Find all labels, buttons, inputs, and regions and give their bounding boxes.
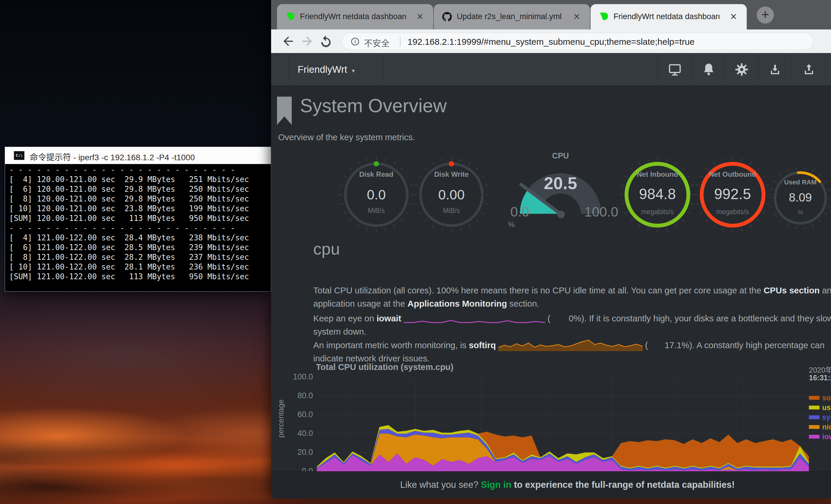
gauge-label: CPU — [510, 151, 611, 160]
gauge-label: Net Outbound — [694, 170, 771, 178]
tab-netdata-1[interactable]: FriendlyWrt netdata dashboard × — [277, 4, 433, 29]
signin-link[interactable]: Sign in — [481, 479, 511, 490]
iowait-value: 0% — [550, 312, 581, 325]
cpu-utilization-chart[interactable] — [317, 377, 809, 471]
terminal-title: 命令提示符 - iperf3 -c 192.168.1.2 -P4 -t1000 — [30, 151, 195, 162]
terminal-line: [ 6] 121.00-122.00 sec 28.5 MBytes 239 M… — [9, 243, 271, 253]
legend-item-softirq[interactable]: softirq — [809, 393, 831, 403]
print-mode-button[interactable] — [668, 62, 682, 77]
bell-icon — [701, 62, 716, 77]
cmd-icon: C:\ — [14, 151, 25, 160]
terminal-line: - - - - - - - - - - - - - - - - - - - - … — [9, 223, 271, 233]
cpu-section-heading: cpu — [313, 239, 340, 258]
netdata-icon — [285, 12, 295, 22]
cpu-paragraph-3: An important metric worth monitoring, is… — [313, 338, 825, 365]
gauge-value: 984.8 — [619, 185, 696, 203]
gauge-value: 992.5 — [694, 185, 771, 203]
tab-close-button[interactable]: × — [727, 10, 740, 24]
gauge-max: 100.0 — [584, 204, 618, 220]
gauge-value: 20.5 — [510, 173, 611, 193]
gauge-unit: MiB/s — [413, 207, 490, 215]
download-icon — [768, 62, 782, 77]
omnibox-divider — [400, 36, 400, 47]
gauge-label: Net Inbound — [619, 170, 696, 178]
tab-close-button[interactable]: × — [413, 10, 427, 24]
monitor-icon — [668, 62, 682, 77]
upload-icon — [802, 62, 816, 77]
gauge-label: Disk Read — [338, 170, 414, 178]
url-text[interactable]: 192.168.2.1:19999/#menu_system_submenu_c… — [407, 37, 694, 47]
export-button[interactable] — [802, 62, 816, 77]
y-tick: 40.0 — [297, 429, 313, 438]
chart-date: 2020年3 — [809, 364, 831, 375]
alarms-button[interactable] — [701, 62, 716, 77]
tab-strip: FriendlyWrt netdata dashboard × Update r… — [271, 0, 831, 29]
netdata-icon — [599, 12, 609, 22]
security-label: 不安全 — [364, 36, 390, 49]
tab-close-button[interactable]: × — [570, 10, 583, 24]
terminal-titlebar[interactable]: C:\ 命令提示符 - iperf3 -c 192.168.1.2 -P4 -t… — [5, 147, 271, 164]
cpus-link[interactable]: CPUs section — [764, 286, 820, 295]
terminal-line: [ 10] 121.00-122.00 sec 28.1 MBytes 236 … — [9, 262, 271, 272]
settings-button[interactable] — [735, 62, 749, 77]
back-button[interactable] — [281, 34, 295, 48]
terminal-line: - - - - - - - - - - - - - - - - - - - - … — [9, 165, 271, 175]
gear-icon — [735, 62, 749, 77]
gauge-label: Used RAM — [769, 178, 831, 186]
browser-toolbar: 不安全 192.168.2.1:19999/#menu_system_subme… — [271, 29, 831, 53]
new-tab-button[interactable]: + — [757, 6, 774, 24]
iowait-sparkline[interactable] — [404, 312, 545, 325]
tab-netdata-2-active[interactable]: FriendlyWrt netdata dashboard × — [591, 4, 747, 29]
terminal-window: C:\ 命令提示符 - iperf3 -c 192.168.1.2 -P4 -t… — [5, 147, 271, 292]
terminal-line: [ 4] 120.00-121.00 sec 29.9 MBytes 251 M… — [9, 175, 271, 184]
legend-item-system[interactable]: system — [809, 413, 831, 423]
gauge-min: 0.0 — [510, 204, 529, 220]
page-title: System Overview — [300, 95, 447, 117]
bookmark-icon — [277, 97, 292, 125]
gauge-unit: megabits/s — [619, 208, 696, 216]
reload-button[interactable] — [319, 34, 333, 48]
github-icon — [442, 12, 452, 22]
gauge-unit: % — [769, 209, 831, 216]
brand-dropdown[interactable]: FriendlyWrt▾ — [297, 53, 355, 86]
import-button[interactable] — [768, 62, 782, 77]
terminal-line: [ 6] 120.00-121.00 sec 29.8 MBytes 250 M… — [9, 184, 271, 194]
tab-github[interactable]: Update r2s_lean_minimal.yml · k × — [434, 4, 590, 29]
caret-down-icon: ▾ — [352, 67, 355, 74]
chart-y-axis: 100.080.060.040.020.00.0 — [288, 372, 313, 478]
y-tick: 60.0 — [297, 410, 313, 419]
terminal-line: [ 8] 120.00-121.00 sec 29.8 MBytes 250 M… — [9, 194, 271, 204]
tab-title: Update r2s_lean_minimal.yml · k — [457, 12, 563, 21]
gauge-unit: MiB/s — [338, 207, 414, 215]
gauge-unit: % — [508, 220, 515, 229]
brand-label: FriendlyWrt — [297, 64, 347, 75]
terminal-line: [SUM] 120.00-121.00 sec 113 MBytes 950 M… — [9, 213, 271, 223]
gauge-value: 0.0 — [338, 187, 414, 203]
legend-item-iowait[interactable]: iowait — [809, 433, 831, 442]
softirq-sparkline[interactable] — [498, 338, 643, 352]
cpu-paragraph-2: Keep an eye on iowait (0%). If it is con… — [313, 312, 831, 338]
tab-title: FriendlyWrt netdata dashboard — [613, 12, 720, 21]
cpu-paragraph-1: Total CPU utilization (all cores). 100% … — [313, 284, 831, 310]
terminal-line: [SUM] 121.00-122.00 sec 113 MBytes 950 M… — [9, 272, 271, 281]
gauge-unit: megabits/s — [694, 208, 771, 216]
applications-monitoring-link[interactable]: Applications Monitoring — [407, 299, 507, 308]
forward-button[interactable] — [300, 34, 314, 48]
footer-text: Like what you see? Sign in to experience… — [400, 479, 735, 490]
y-tick: 20.0 — [297, 448, 313, 457]
terminal-line: [ 10] 120.00-121.00 sec 23.8 MBytes 199 … — [9, 204, 271, 213]
terminal-body: - - - - - - - - - - - - - - - - - - - - … — [5, 164, 271, 291]
terminal-line: [ 4] 121.00-122.00 sec 28.4 MBytes 238 M… — [9, 233, 271, 243]
gauge-label: Disk Write — [413, 170, 490, 178]
page-subtitle: Overview of the key system metrics. — [278, 132, 415, 142]
softirq-value: 17.1% — [648, 338, 689, 352]
info-icon[interactable] — [350, 37, 360, 46]
legend-item-nice[interactable]: nice — [809, 423, 831, 433]
omnibox[interactable]: 不安全 192.168.2.1:19999/#menu_system_subme… — [342, 33, 813, 50]
chart-legend: softirqusersystemniceiowait — [809, 393, 831, 442]
y-tick: 100.0 — [293, 372, 313, 382]
gauge-value: 8.09 — [769, 191, 831, 204]
terminal-line: [ 8] 121.00-122.00 sec 28.2 MBytes 237 M… — [9, 253, 271, 262]
legend-item-user[interactable]: user — [809, 403, 831, 413]
gauge-value: 0.00 — [413, 187, 490, 203]
